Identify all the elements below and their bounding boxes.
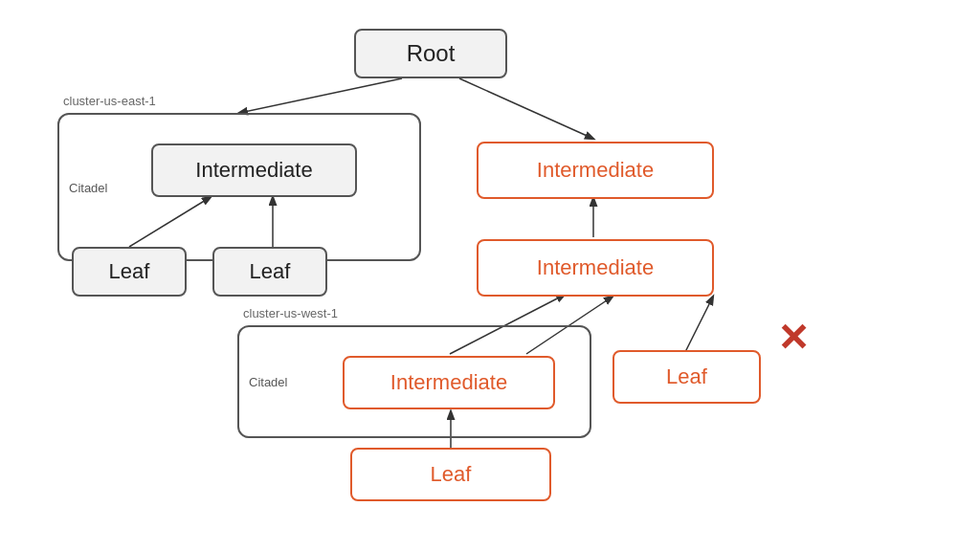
node-root: Root bbox=[354, 29, 507, 78]
node-leaf-east1: Leaf bbox=[72, 247, 187, 297]
cluster-west-label: cluster-us-west-1 bbox=[243, 306, 338, 320]
x-mark: ✕ bbox=[777, 316, 810, 360]
node-leaf-right: Leaf bbox=[612, 350, 761, 404]
citadel-label-west: Citadel bbox=[249, 375, 287, 389]
node-leaf-east2: Leaf bbox=[212, 247, 327, 297]
svg-line-0 bbox=[239, 78, 402, 113]
node-intermediate-top-right: Intermediate bbox=[477, 142, 714, 199]
svg-line-1 bbox=[459, 78, 593, 139]
node-intermediate-east: Intermediate bbox=[151, 143, 357, 197]
node-intermediate-west: Intermediate bbox=[343, 356, 555, 409]
citadel-label-east: Citadel bbox=[69, 180, 107, 194]
node-leaf-bottom: Leaf bbox=[350, 448, 551, 501]
diagram: cluster-us-east-1 Citadel cluster-us-wes… bbox=[0, 0, 980, 551]
cluster-east-label: cluster-us-east-1 bbox=[63, 94, 156, 108]
svg-line-7 bbox=[684, 297, 713, 354]
node-intermediate-mid-right: Intermediate bbox=[477, 239, 714, 297]
